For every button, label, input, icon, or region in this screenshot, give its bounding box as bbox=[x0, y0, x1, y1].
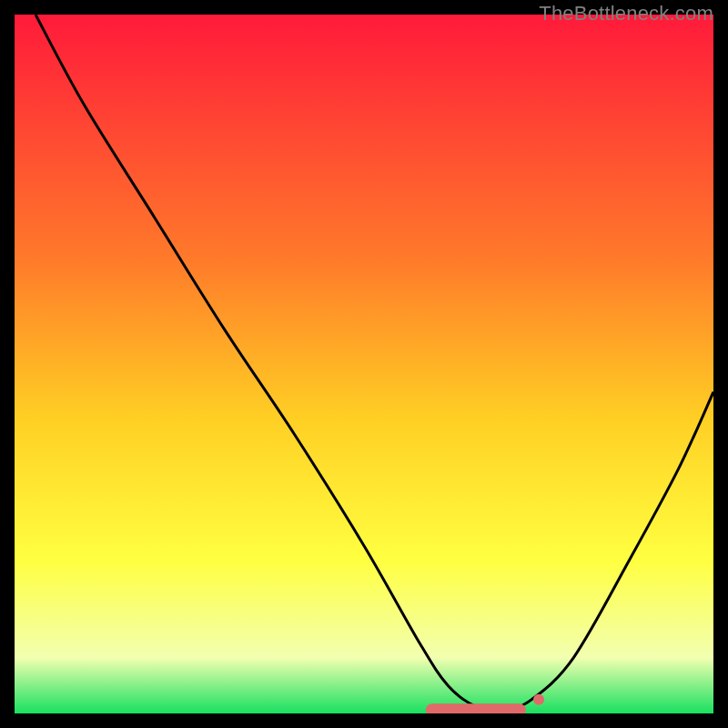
optimal-range-marker bbox=[426, 703, 526, 713]
marker-dot bbox=[533, 694, 544, 705]
gradient-bg bbox=[15, 15, 713, 713]
watermark: TheBottleneck.com bbox=[539, 2, 713, 25]
chart-svg bbox=[15, 15, 713, 713]
chart-frame bbox=[15, 15, 713, 713]
